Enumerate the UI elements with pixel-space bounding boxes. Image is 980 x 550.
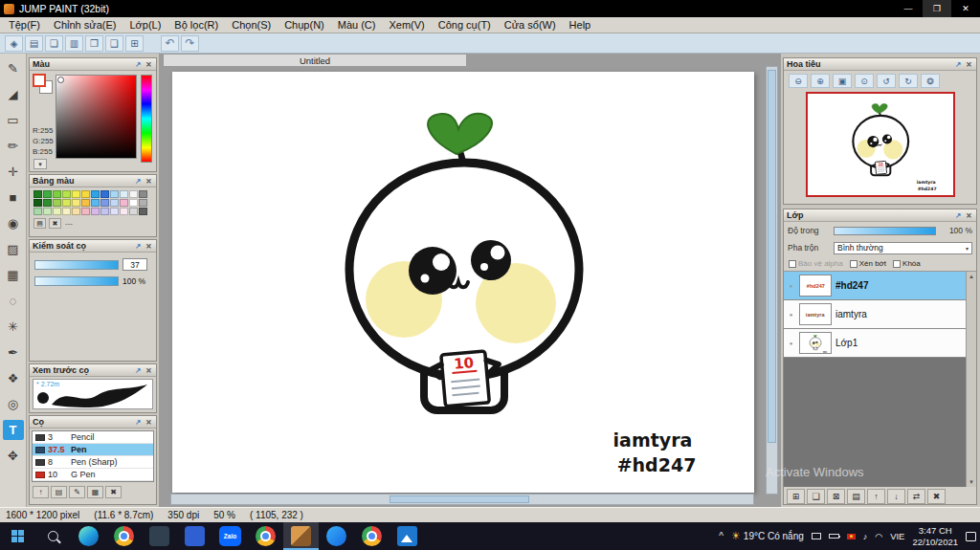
palette-swatch[interactable] — [110, 199, 119, 207]
brush-size-slider[interactable] — [34, 260, 119, 270]
layer-visibility-icon[interactable]: ● — [787, 312, 795, 318]
taskbar-app-zalo[interactable]: Zalo — [212, 522, 248, 550]
panel-close-icon[interactable]: ✕ — [145, 242, 153, 251]
layer-opacity-slider[interactable] — [834, 227, 936, 235]
panel-popout-icon[interactable]: ↗ — [134, 242, 143, 251]
select-tool[interactable]: ▦ — [3, 265, 24, 285]
layer-visibility-icon[interactable]: ● — [787, 283, 795, 289]
eyedropper-icon[interactable]: ▾ — [33, 159, 47, 169]
menu-item[interactable]: Lớp(L) — [122, 18, 167, 32]
layer-row[interactable]: ● iamtyra iamtyra — [784, 300, 966, 329]
palette-swatch[interactable] — [62, 199, 71, 207]
merge-layer-icon[interactable]: ⇄ — [907, 489, 925, 504]
panel-close-icon[interactable]: ✕ — [145, 177, 153, 186]
taskbar-app-edge[interactable] — [71, 522, 106, 550]
minimize-button[interactable]: — — [894, 0, 923, 17]
drawing-canvas[interactable] — [172, 72, 754, 493]
brush-up-icon[interactable]: ↑ — [33, 486, 49, 498]
start-button[interactable] — [0, 522, 35, 550]
scrollbar-thumb[interactable] — [390, 495, 529, 503]
fill-rect-tool[interactable]: ■ — [3, 187, 24, 208]
palette-swatch[interactable] — [110, 190, 119, 198]
zoom-out-icon[interactable]: ⊖ — [789, 74, 808, 88]
blend-mode-select[interactable]: Bình thường ▾ — [834, 242, 972, 254]
palette-swatch[interactable] — [100, 190, 109, 198]
document-tab[interactable]: Untitled — [163, 54, 467, 66]
brush-item[interactable]: 8 Pen (Sharp) — [33, 456, 153, 469]
palette-swatch[interactable] — [91, 190, 100, 198]
volume-icon[interactable]: ♪ — [863, 532, 868, 541]
brush-size-value[interactable]: 37 — [122, 258, 147, 271]
palette-swatch[interactable] — [33, 199, 42, 207]
clock[interactable]: 3:47 CH 22/10/2021 — [912, 525, 958, 548]
clip-checkbox[interactable]: Xén bớt — [850, 259, 886, 268]
layer-folder-icon[interactable]: ▤ — [847, 489, 865, 504]
panel-popout-icon[interactable]: ↗ — [134, 366, 143, 375]
panel-close-icon[interactable]: ✕ — [145, 418, 153, 427]
palette-swatch[interactable] — [43, 199, 52, 207]
scroll-down-icon[interactable]: ▼ — [969, 479, 974, 485]
panel-popout-icon[interactable]: ↗ — [954, 211, 963, 220]
duplicate-layer-icon[interactable]: ❑ — [807, 489, 825, 504]
brush-delete-icon[interactable]: ✖ — [105, 486, 122, 498]
copy-icon[interactable]: ❑ — [105, 35, 123, 52]
pen-tool[interactable]: ✒ — [3, 342, 24, 363]
palette-swatch[interactable] — [100, 199, 109, 207]
add-layer-icon[interactable]: ⊞ — [787, 489, 805, 504]
rotate-left-icon[interactable]: ↺ — [877, 74, 896, 88]
palette-swatch[interactable] — [43, 190, 52, 198]
clear-layer-icon[interactable]: ✖ — [927, 489, 946, 504]
palette-swatch[interactable] — [33, 190, 42, 198]
palette-swatch[interactable] — [91, 199, 100, 207]
palette-new-icon[interactable]: ▤ — [33, 218, 46, 229]
panel-close-icon[interactable]: ✕ — [145, 60, 153, 69]
display-tray-icon[interactable] — [812, 533, 821, 539]
menu-item[interactable]: Công cụ(T) — [432, 18, 498, 32]
palette-swatch[interactable] — [81, 208, 90, 215]
panel-popout-icon[interactable]: ↗ — [134, 418, 143, 427]
panel-close-icon[interactable]: ✕ — [965, 211, 973, 220]
panel-popout-icon[interactable]: ↗ — [954, 60, 963, 69]
palette-delete-icon[interactable]: ✖ — [49, 218, 61, 229]
comment-icon[interactable]: ❏ — [45, 35, 63, 52]
menu-item[interactable]: Help — [563, 18, 598, 32]
panel-popout-icon[interactable]: ↗ — [134, 60, 143, 69]
menu-item[interactable]: Cửa sổ(W) — [498, 18, 563, 32]
palette-swatch[interactable] — [139, 190, 147, 198]
move-layer-up-icon[interactable]: ↑ — [867, 489, 885, 504]
eyedropper-tool[interactable]: ◎ — [3, 394, 24, 414]
reset-view-icon[interactable]: ❂ — [921, 74, 940, 88]
palette-swatch[interactable] — [129, 190, 138, 198]
palette-swatch[interactable] — [53, 199, 61, 207]
palette-swatch[interactable] — [129, 208, 138, 215]
bucket-tool[interactable]: ◉ — [3, 213, 24, 233]
move-layer-down-icon[interactable]: ↓ — [887, 489, 905, 504]
palette-swatch[interactable] — [43, 208, 52, 215]
menu-item[interactable]: Chọn(S) — [225, 18, 278, 32]
maximize-button[interactable]: ❐ — [923, 0, 951, 17]
layer-row[interactable]: ● Lớp1 — [784, 329, 966, 358]
network-icon[interactable]: ◠ — [875, 532, 882, 541]
scroll-up-icon[interactable]: ▲ — [969, 274, 974, 279]
panel-close-icon[interactable]: ✕ — [965, 60, 973, 69]
navigator-thumbnail[interactable] — [806, 92, 955, 197]
save-icon[interactable]: ▤ — [25, 35, 43, 52]
language-indicator[interactable]: VIE — [890, 531, 904, 541]
layer-visibility-icon[interactable]: ● — [787, 341, 795, 346]
brush-item[interactable]: 3 Pencil — [33, 431, 153, 444]
palette-swatch[interactable] — [53, 190, 61, 198]
panel-close-icon[interactable]: ✕ — [145, 366, 153, 375]
palette-swatch[interactable] — [129, 199, 138, 207]
grid-icon[interactable]: ⊞ — [125, 35, 144, 52]
palette-swatch[interactable] — [81, 199, 90, 207]
gradient-tool[interactable]: ▨ — [3, 239, 24, 259]
redo-button[interactable]: ↷ — [181, 35, 199, 52]
palette-swatch[interactable] — [33, 208, 42, 215]
palette-swatch[interactable] — [120, 190, 128, 198]
hand-tool[interactable]: ✥ — [3, 446, 24, 466]
taskbar-app-photos[interactable] — [390, 522, 425, 550]
menu-item[interactable]: Màu (C) — [331, 18, 383, 32]
transform-tool[interactable]: ❖ — [3, 368, 24, 388]
palette-swatch[interactable] — [91, 208, 100, 215]
fit-view-icon[interactable]: ▣ — [833, 74, 852, 88]
